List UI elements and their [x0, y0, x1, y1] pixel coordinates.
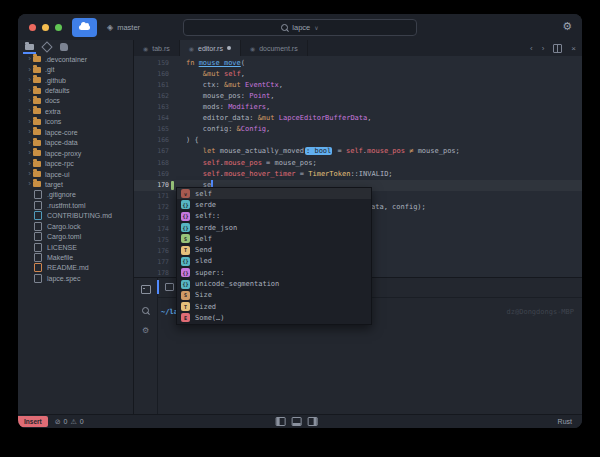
panel-search-icon[interactable]	[142, 307, 149, 314]
completion-item-Send[interactable]: TSend	[177, 244, 371, 255]
completion-item-self::[interactable]: {}self::	[177, 211, 371, 222]
line-number: 168	[134, 158, 169, 169]
panel-problems-icon[interactable]: ⚙	[142, 327, 149, 335]
tree-item-.devcontainer[interactable]: ›.devcontainer	[18, 54, 133, 64]
split-editor-icon[interactable]	[553, 44, 562, 53]
tree-item-lapce-rpc[interactable]: ›lapce-rpc	[18, 158, 133, 168]
tree-item-label: lapce-core	[45, 129, 78, 136]
tree-item-Cargo.toml[interactable]: Cargo.toml	[18, 231, 133, 241]
tree-item-icons[interactable]: ›icons	[18, 117, 133, 127]
code-line-160[interactable]: 160 &mut self,	[134, 69, 582, 80]
tab-label: document.rs	[259, 45, 298, 52]
code-line-165[interactable]: 165 config: &Config,	[134, 124, 582, 135]
code-token: mouse_hover_timer	[224, 170, 296, 178]
tree-item-docs[interactable]: ›docs	[18, 96, 133, 106]
code-token: config:	[186, 125, 237, 133]
tree-item-.rustfmt.toml[interactable]: .rustfmt.toml	[18, 200, 133, 210]
plugins-icon[interactable]	[60, 43, 68, 51]
module-kind-icon: {}	[181, 280, 190, 289]
sidebar: ›.devcontainer›.git›.github›defaults›doc…	[18, 40, 134, 415]
tree-item-lapce.spec[interactable]: lapce.spec	[18, 273, 133, 283]
tree-item-extra[interactable]: ›extra	[18, 106, 133, 116]
language-indicator[interactable]: Rust	[558, 418, 572, 425]
toggle-left-panel-icon[interactable]	[276, 417, 286, 426]
completion-item-unicode_segmentation[interactable]: {}unicode_segmentation	[177, 278, 371, 289]
line-number: 161	[134, 80, 169, 91]
diagnostics[interactable]: ⊘ 0 ⚠ 0	[55, 418, 84, 426]
tree-item-LICENSE[interactable]: LICENSE	[18, 242, 133, 252]
code-token: = mouse_pos;	[262, 159, 317, 167]
completion-item-sled[interactable]: {}sled	[177, 256, 371, 267]
tab-bar-controls: ‹ › ×	[530, 40, 576, 56]
tree-item-.github[interactable]: ›.github	[18, 75, 133, 85]
code-line-163[interactable]: 163 mods: Modifiers,	[134, 102, 582, 113]
tree-item-lapce-ui[interactable]: ›lapce-ui	[18, 169, 133, 179]
tree-item-target[interactable]: ›target	[18, 179, 133, 189]
remote-connection-button[interactable]	[72, 18, 97, 37]
completion-item-self[interactable]: vself	[177, 188, 371, 199]
completion-item-Self[interactable]: SSelf	[177, 233, 371, 244]
close-window-button[interactable]	[29, 24, 36, 31]
code-line-161[interactable]: 161 ctx: &mut EventCtx,	[134, 80, 582, 91]
tree-item-.git[interactable]: ›.git	[18, 64, 133, 74]
code-line-168[interactable]: 168 self.mouse_pos = mouse_pos;	[134, 158, 582, 169]
code-line-167[interactable]: 167 let mouse_actually_moved: bool = sel…	[134, 146, 582, 157]
completion-item-Some(…)[interactable]: ESome(…)	[177, 312, 371, 323]
branch-name: master	[117, 23, 140, 32]
settings-button[interactable]: ⚙	[562, 19, 572, 34]
module-kind-icon: {}	[181, 257, 190, 266]
tab-document.rs[interactable]: ◉document.rs	[241, 40, 308, 56]
code-line-169[interactable]: 169 self.mouse_hover_timer = TimerToken:…	[134, 169, 582, 180]
code-line-166[interactable]: 166) {	[134, 135, 582, 146]
source-control-icon[interactable]	[41, 41, 52, 52]
code-token: Point	[249, 92, 270, 100]
completion-item-Size[interactable]: SSize	[177, 290, 371, 301]
editor-tab-bar: ◉tab.rs◉editor.rs◉document.rs	[134, 40, 582, 56]
completion-label: Some(…)	[195, 314, 225, 322]
tree-item-lapce-proxy[interactable]: ›lapce-proxy	[18, 148, 133, 158]
tree-item-README.md[interactable]: README.md	[18, 263, 133, 273]
nav-forward-icon[interactable]: ›	[542, 44, 545, 53]
file-explorer-icon[interactable]	[25, 44, 34, 50]
tree-item-CONTRIBUTING.md[interactable]: CONTRIBUTING.md	[18, 211, 133, 221]
nav-back-icon[interactable]: ‹	[530, 44, 533, 53]
tree-item-lapce-core[interactable]: ›lapce-core	[18, 127, 133, 137]
tree-item-Makefile[interactable]: Makefile	[18, 252, 133, 262]
code-token: ) {	[186, 136, 199, 144]
completion-label: serde	[195, 201, 216, 209]
code-line-164[interactable]: 164 editor_data: &mut LapceEditorBufferD…	[134, 113, 582, 124]
minimize-window-button[interactable]	[42, 24, 49, 31]
line-number: 174	[134, 224, 169, 235]
line-number: 160	[134, 69, 169, 80]
maximize-window-button[interactable]	[55, 24, 62, 31]
line-number: 164	[134, 113, 169, 124]
warning-count: 0	[80, 418, 84, 425]
completion-item-Sized[interactable]: TSized	[177, 301, 371, 312]
completion-item-serde[interactable]: {}serde	[177, 199, 371, 210]
tree-item-lapce-data[interactable]: ›lapce-data	[18, 138, 133, 148]
tab-editor.rs[interactable]: ◉editor.rs	[180, 40, 241, 56]
code-text: ctx: &mut EventCtx,	[186, 80, 283, 91]
search-icon	[281, 24, 288, 31]
tree-item-defaults[interactable]: ›defaults	[18, 85, 133, 95]
completion-item-super::[interactable]: {}super::	[177, 267, 371, 278]
terminal-panel-icon[interactable]	[141, 285, 151, 294]
tree-item-.gitignore[interactable]: .gitignore	[18, 190, 133, 200]
code-token: let	[203, 147, 220, 155]
code-token	[186, 159, 203, 167]
chevron-right-icon: ›	[26, 169, 33, 179]
line-number: 167	[134, 146, 169, 157]
modified-dot	[227, 46, 231, 50]
tab-tab.rs[interactable]: ◉tab.rs	[134, 40, 180, 56]
completion-item-serde_json[interactable]: {}serde_json	[177, 222, 371, 233]
toggle-right-panel-icon[interactable]	[308, 417, 318, 426]
tree-item-Cargo.lock[interactable]: Cargo.lock	[18, 221, 133, 231]
close-editor-icon[interactable]: ×	[571, 44, 576, 53]
toggle-bottom-panel-icon[interactable]	[292, 417, 302, 426]
source-control-branch-button[interactable]: ◈ master	[107, 23, 140, 32]
line-number: 178	[134, 268, 169, 277]
code-line-162[interactable]: 162 mouse_pos: Point,	[134, 91, 582, 102]
chevron-right-icon: ›	[26, 106, 33, 116]
code-line-159[interactable]: 159fn mouse_move(	[134, 58, 582, 69]
command-palette[interactable]: lapce ∨	[183, 19, 417, 36]
